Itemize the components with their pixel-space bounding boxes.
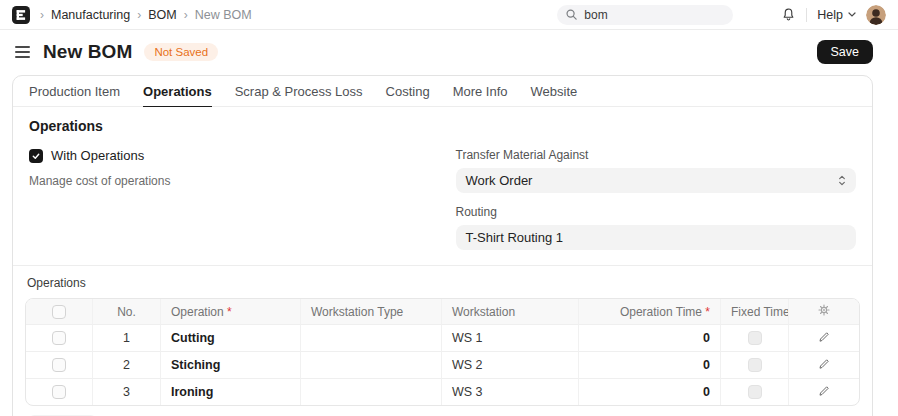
breadcrumb-item-new-bom: New BOM (195, 8, 252, 22)
transfer-material-field: Transfer Material Against Work Order (456, 148, 857, 193)
cell-operation-time[interactable]: 0 (578, 351, 720, 378)
row-select-checkbox[interactable] (52, 385, 66, 399)
fixed-time-checkbox[interactable] (748, 385, 762, 399)
breadcrumb-item-manufacturing[interactable]: Manufacturing (51, 8, 130, 22)
with-operations-description: Manage cost of operations (29, 174, 430, 188)
breadcrumb-separator: › (137, 8, 141, 22)
operations-grid-section: Operations No. Operation * Workstation T… (13, 266, 872, 416)
search-input[interactable] (584, 8, 714, 22)
cell-operation[interactable]: Stiching (160, 351, 300, 378)
navbar-actions: Help (781, 5, 886, 25)
select-all-checkbox[interactable] (52, 305, 66, 319)
row-select-checkbox[interactable] (52, 331, 66, 345)
column-header-operation-time: Operation Time * (578, 299, 720, 324)
transfer-material-label: Transfer Material Against (456, 148, 857, 162)
tab-more-info[interactable]: More Info (453, 76, 508, 107)
breadcrumb-separator: › (184, 8, 188, 22)
row-edit-pencil-icon[interactable] (818, 358, 830, 370)
sidebar-toggle-icon[interactable] (13, 44, 32, 60)
chevron-down-icon (848, 12, 856, 17)
status-badge: Not Saved (144, 43, 218, 61)
column-header-workstation-type: Workstation Type (300, 299, 441, 324)
section-left-column: With Operations Manage cost of operation… (29, 148, 430, 250)
row-number: 2 (92, 351, 160, 378)
grid-settings-icon[interactable] (818, 304, 830, 316)
routing-input[interactable]: T-Shirt Routing 1 (456, 225, 857, 250)
tab-website[interactable]: Website (531, 76, 578, 107)
column-header-fixed-time: Fixed Time (720, 299, 788, 324)
cell-workstation-type[interactable] (300, 378, 441, 405)
cell-workstation[interactable]: WS 2 (441, 351, 578, 378)
tab-costing[interactable]: Costing (386, 76, 430, 107)
with-operations-checkbox[interactable]: With Operations (29, 148, 430, 163)
table-row: 2 Stiching WS 2 0 (26, 351, 859, 378)
routing-label: Routing (456, 205, 857, 219)
form-tabs: Production Item Operations Scrap & Proce… (13, 76, 872, 107)
search-icon (565, 8, 578, 21)
operations-table: No. Operation * Workstation Type Worksta… (25, 298, 860, 406)
cell-workstation-type[interactable] (300, 324, 441, 351)
transfer-material-value: Work Order (466, 173, 533, 188)
cell-workstation[interactable]: WS 1 (441, 324, 578, 351)
tab-production-item[interactable]: Production Item (29, 76, 120, 107)
notifications-bell-icon[interactable] (781, 7, 796, 22)
page-header: New BOM Not Saved Save (0, 34, 898, 70)
cell-workstation[interactable]: WS 3 (441, 378, 578, 405)
page-title: New BOM (43, 41, 132, 63)
help-label: Help (817, 8, 843, 22)
cell-operation[interactable]: Cutting (160, 324, 300, 351)
form-card: Production Item Operations Scrap & Proce… (12, 75, 873, 416)
table-row: 3 Ironing WS 3 0 (26, 378, 859, 405)
tab-scrap-process-loss[interactable]: Scrap & Process Loss (235, 76, 363, 107)
breadcrumb-separator: › (40, 8, 44, 22)
required-asterisk: * (705, 305, 710, 319)
top-navbar: › Manufacturing › BOM › New BOM Help (0, 0, 898, 30)
grid-label: Operations (27, 276, 860, 290)
row-select-checkbox[interactable] (52, 358, 66, 372)
cell-operation-time[interactable]: 0 (578, 324, 720, 351)
fixed-time-checkbox[interactable] (748, 331, 762, 345)
erpnext-logo-icon[interactable] (12, 6, 30, 24)
cell-operation-time[interactable]: 0 (578, 378, 720, 405)
fixed-time-checkbox[interactable] (748, 358, 762, 372)
section-heading: Operations (29, 118, 856, 134)
checkbox-checked-icon (29, 149, 43, 163)
help-menu[interactable]: Help (817, 8, 856, 22)
save-button[interactable]: Save (817, 40, 874, 64)
table-row: 1 Cutting WS 1 0 (26, 324, 859, 351)
navbar-divider (806, 8, 807, 22)
column-header-workstation: Workstation (441, 299, 578, 324)
row-number: 3 (92, 378, 160, 405)
cell-operation[interactable]: Ironing (160, 378, 300, 405)
table-header-row: No. Operation * Workstation Type Worksta… (26, 299, 859, 324)
operations-section: Operations With Operations Manage cost o… (13, 107, 872, 265)
column-header-operation: Operation * (160, 299, 300, 324)
row-edit-pencil-icon[interactable] (818, 331, 830, 343)
cell-workstation-type[interactable] (300, 351, 441, 378)
required-asterisk: * (227, 305, 232, 319)
column-header-no: No. (92, 299, 160, 324)
global-search[interactable] (557, 5, 733, 25)
routing-field: Routing T-Shirt Routing 1 (456, 205, 857, 250)
tab-operations[interactable]: Operations (143, 76, 212, 107)
select-updown-icon (838, 174, 846, 187)
row-number: 1 (92, 324, 160, 351)
routing-value: T-Shirt Routing 1 (466, 230, 564, 245)
with-operations-label: With Operations (51, 148, 144, 163)
row-edit-pencil-icon[interactable] (818, 385, 830, 397)
user-avatar[interactable] (866, 5, 886, 25)
transfer-material-select[interactable]: Work Order (456, 168, 857, 193)
breadcrumb-item-bom[interactable]: BOM (148, 8, 176, 22)
section-right-column: Transfer Material Against Work Order Rou… (456, 148, 857, 250)
breadcrumb: › Manufacturing › BOM › New BOM (40, 8, 252, 22)
